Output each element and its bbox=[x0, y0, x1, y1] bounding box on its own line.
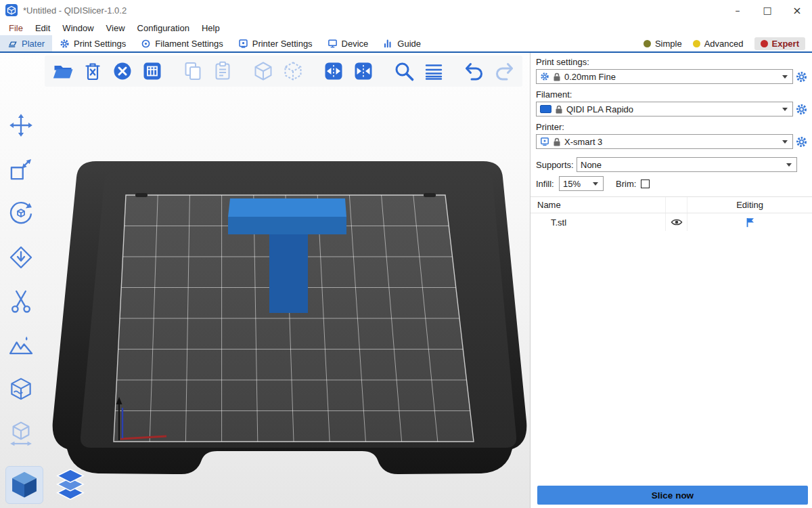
printer-edit-button[interactable] bbox=[793, 134, 809, 149]
lock-icon bbox=[553, 137, 561, 146]
expert-mode-dot-icon bbox=[761, 40, 768, 47]
filament-label: Filament: bbox=[536, 89, 809, 100]
printer-value: X-smart 3 bbox=[564, 137, 602, 147]
cut-tool-button[interactable] bbox=[5, 286, 37, 317]
delete-button[interactable] bbox=[81, 60, 104, 83]
seam-tool-button[interactable] bbox=[5, 374, 37, 405]
seam-icon bbox=[7, 376, 35, 403]
layers-preview-button[interactable] bbox=[51, 466, 89, 504]
viewport-3d[interactable] bbox=[0, 53, 530, 508]
brim-label: Brim: bbox=[616, 179, 636, 189]
redo-button[interactable] bbox=[493, 60, 516, 83]
delete-icon bbox=[82, 60, 104, 82]
paste-button[interactable] bbox=[211, 60, 234, 83]
filament-color-swatch bbox=[540, 105, 551, 113]
arrange-icon bbox=[141, 60, 163, 82]
paint-support-tool-button[interactable] bbox=[5, 330, 37, 361]
chevron-down-icon bbox=[782, 140, 788, 144]
measure-tool-button[interactable] bbox=[5, 418, 37, 449]
close-button[interactable]: × bbox=[782, 0, 812, 20]
variable-layer-height-button[interactable] bbox=[422, 60, 445, 83]
isometric-view-button[interactable] bbox=[5, 466, 43, 504]
infill-value: 15% bbox=[563, 179, 581, 189]
menubar: File Edit Window View Configuration Help bbox=[0, 20, 812, 35]
guide-icon bbox=[383, 39, 393, 49]
remove-instance-cube-icon bbox=[282, 60, 304, 82]
gear-icon bbox=[540, 72, 549, 81]
filament-combo[interactable]: QIDI PLA Rapido bbox=[536, 102, 793, 117]
object-row[interactable]: T.stl bbox=[531, 213, 812, 231]
copy-button[interactable] bbox=[181, 60, 204, 83]
tab-filament-settings[interactable]: Filament Settings bbox=[133, 35, 230, 51]
menu-view[interactable]: View bbox=[100, 23, 131, 33]
tab-plater-label: Plater bbox=[22, 39, 45, 49]
place-on-face-tool-button[interactable] bbox=[5, 242, 37, 273]
remove-instance-button[interactable] bbox=[281, 60, 304, 83]
tab-guide[interactable]: Guide bbox=[376, 35, 428, 51]
mode-advanced[interactable]: Advanced bbox=[693, 39, 744, 49]
settings-panel: Print settings: 0.20mm Fine Filament: QI… bbox=[530, 53, 812, 508]
rotate-tool-button[interactable] bbox=[5, 198, 37, 229]
minimize-button[interactable]: – bbox=[723, 0, 752, 20]
move-tool-button[interactable] bbox=[5, 110, 37, 141]
brim-checkbox[interactable] bbox=[641, 179, 650, 188]
mode-expert[interactable]: Expert bbox=[754, 37, 805, 50]
search-button[interactable] bbox=[392, 60, 415, 83]
open-folder-button[interactable] bbox=[51, 60, 74, 83]
chevron-down-icon bbox=[593, 182, 598, 186]
tab-device[interactable]: Device bbox=[320, 35, 376, 51]
edit-flag-icon bbox=[745, 217, 755, 228]
menu-edit[interactable]: Edit bbox=[29, 23, 56, 33]
print-settings-combo[interactable]: 0.20mm Fine bbox=[536, 69, 793, 84]
tab-print-settings-label: Print Settings bbox=[74, 39, 126, 49]
delete-all-button[interactable] bbox=[111, 60, 134, 83]
app-logo-icon bbox=[5, 4, 18, 16]
filament-value: QIDI PLA Rapido bbox=[566, 104, 633, 114]
supports-value: None bbox=[581, 160, 602, 170]
menu-help[interactable]: Help bbox=[196, 23, 226, 33]
gear-icon bbox=[60, 39, 70, 49]
scale-tool-button[interactable] bbox=[5, 154, 37, 185]
name-column-header: Name bbox=[531, 200, 665, 210]
tab-print-settings[interactable]: Print Settings bbox=[52, 35, 133, 51]
arrange-button[interactable] bbox=[141, 60, 164, 83]
infill-label: Infill: bbox=[536, 179, 559, 189]
split-to-parts-button[interactable] bbox=[352, 60, 375, 83]
undo-button[interactable] bbox=[463, 60, 486, 83]
copy-icon bbox=[182, 60, 204, 82]
print-settings-edit-button[interactable] bbox=[793, 69, 809, 84]
undo-icon bbox=[464, 60, 485, 82]
gizmo-toolbar bbox=[5, 110, 37, 449]
lock-icon bbox=[553, 72, 561, 81]
move-icon bbox=[7, 112, 35, 139]
menu-window[interactable]: Window bbox=[56, 23, 99, 33]
paste-icon bbox=[212, 60, 233, 82]
redo-icon bbox=[493, 60, 515, 82]
object-editing-button[interactable] bbox=[745, 217, 755, 228]
search-icon bbox=[393, 60, 415, 82]
supports-combo[interactable]: None bbox=[577, 157, 797, 172]
visibility-toggle-button[interactable] bbox=[671, 218, 683, 226]
maximize-button[interactable]: □ bbox=[752, 0, 782, 20]
printer-combo[interactable]: X-smart 3 bbox=[536, 134, 793, 149]
mode-simple[interactable]: Simple bbox=[644, 39, 682, 49]
slice-now-button[interactable]: Slice now bbox=[537, 486, 808, 505]
supports-label: Supports: bbox=[536, 160, 577, 170]
split-to-objects-button[interactable] bbox=[322, 60, 345, 83]
tab-printer-settings[interactable]: Printer Settings bbox=[231, 35, 320, 51]
tabbar: Plater Print Settings Filament Settings … bbox=[0, 35, 812, 53]
tab-device-label: Device bbox=[342, 39, 369, 49]
gear-icon bbox=[795, 103, 808, 116]
window-title: *Untitled - QIDISlicer-1.0.2 bbox=[23, 5, 127, 16]
window-controls: – □ × bbox=[723, 0, 812, 20]
object-list: Name Editing T.stl bbox=[531, 196, 812, 486]
tab-plater[interactable]: Plater bbox=[0, 35, 52, 51]
layers-preview-icon bbox=[54, 468, 87, 502]
lock-icon bbox=[555, 105, 563, 114]
scale-icon bbox=[7, 156, 35, 183]
add-instance-button[interactable] bbox=[252, 60, 275, 83]
infill-combo[interactable]: 15% bbox=[559, 176, 604, 191]
filament-edit-button[interactable] bbox=[793, 102, 809, 117]
menu-configuration[interactable]: Configuration bbox=[131, 23, 196, 33]
menu-file[interactable]: File bbox=[3, 23, 29, 33]
